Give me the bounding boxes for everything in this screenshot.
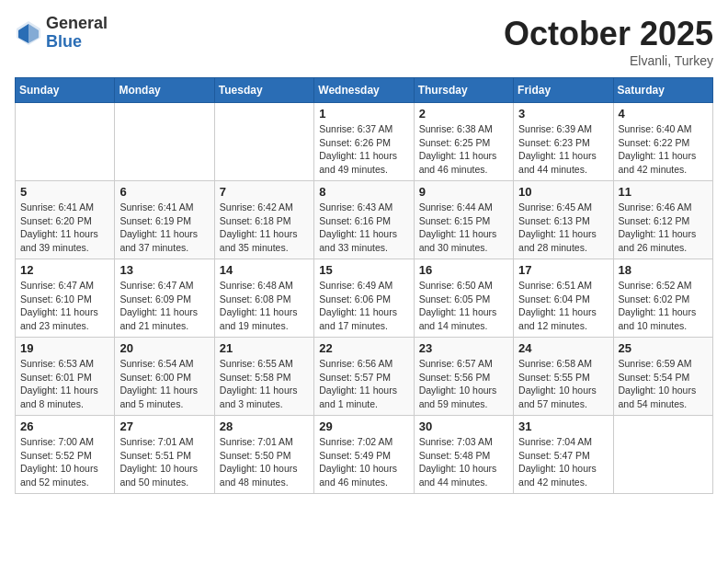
- week-row-1: 1Sunrise: 6:37 AM Sunset: 6:26 PM Daylig…: [16, 103, 713, 181]
- day-number: 31: [518, 419, 608, 433]
- day-info: Sunrise: 6:48 AM Sunset: 6:08 PM Dayligh…: [220, 279, 309, 333]
- day-number: 17: [518, 263, 608, 277]
- calendar-cell: 12Sunrise: 6:47 AM Sunset: 6:10 PM Dayli…: [16, 259, 115, 338]
- day-info: Sunrise: 6:37 AM Sunset: 6:26 PM Dayligh…: [319, 122, 408, 177]
- day-number: 20: [119, 341, 209, 355]
- day-number: 1: [319, 107, 408, 121]
- week-row-5: 26Sunrise: 7:00 AM Sunset: 5:52 PM Dayli…: [16, 416, 713, 494]
- day-number: 16: [419, 263, 508, 277]
- day-number: 24: [518, 341, 608, 355]
- calendar-cell: 7Sunrise: 6:42 AM Sunset: 6:18 PM Daylig…: [214, 181, 313, 259]
- day-info: Sunrise: 6:55 AM Sunset: 5:58 PM Dayligh…: [220, 357, 309, 411]
- calendar-cell: 6Sunrise: 6:41 AM Sunset: 6:19 PM Daylig…: [115, 181, 214, 259]
- calendar-cell: 16Sunrise: 6:50 AM Sunset: 6:05 PM Dayli…: [414, 259, 513, 338]
- week-row-2: 5Sunrise: 6:41 AM Sunset: 6:20 PM Daylig…: [16, 181, 713, 259]
- day-header-monday: Monday: [115, 78, 214, 103]
- day-info: Sunrise: 7:02 AM Sunset: 5:49 PM Dayligh…: [319, 435, 408, 489]
- calendar-cell: [16, 103, 115, 181]
- day-number: 11: [619, 185, 708, 199]
- calendar-cell: [214, 103, 313, 181]
- calendar-cell: 25Sunrise: 6:59 AM Sunset: 5:54 PM Dayli…: [613, 338, 712, 416]
- day-number: 3: [518, 107, 608, 121]
- day-number: 18: [619, 263, 708, 277]
- calendar-cell: 5Sunrise: 6:41 AM Sunset: 6:20 PM Daylig…: [16, 181, 115, 259]
- day-number: 23: [419, 341, 508, 355]
- day-info: Sunrise: 6:54 AM Sunset: 6:00 PM Dayligh…: [119, 357, 209, 411]
- day-info: Sunrise: 6:41 AM Sunset: 6:19 PM Dayligh…: [119, 201, 209, 255]
- day-number: 21: [220, 341, 309, 355]
- day-header-sunday: Sunday: [16, 78, 115, 103]
- day-number: 13: [119, 263, 209, 277]
- week-row-3: 12Sunrise: 6:47 AM Sunset: 6:10 PM Dayli…: [16, 259, 713, 338]
- calendar-cell: 20Sunrise: 6:54 AM Sunset: 6:00 PM Dayli…: [115, 338, 214, 416]
- day-info: Sunrise: 6:52 AM Sunset: 6:02 PM Dayligh…: [619, 279, 708, 333]
- calendar-cell: 18Sunrise: 6:52 AM Sunset: 6:02 PM Dayli…: [613, 259, 712, 338]
- day-number: 2: [419, 107, 508, 121]
- day-info: Sunrise: 6:58 AM Sunset: 5:55 PM Dayligh…: [518, 357, 608, 411]
- day-info: Sunrise: 6:39 AM Sunset: 6:23 PM Dayligh…: [518, 122, 608, 177]
- day-info: Sunrise: 6:46 AM Sunset: 6:12 PM Dayligh…: [619, 201, 708, 255]
- calendar-cell: 19Sunrise: 6:53 AM Sunset: 6:01 PM Dayli…: [16, 338, 115, 416]
- calendar-cell: 13Sunrise: 6:47 AM Sunset: 6:09 PM Dayli…: [115, 259, 214, 338]
- day-info: Sunrise: 6:44 AM Sunset: 6:15 PM Dayligh…: [419, 201, 508, 255]
- day-number: 8: [319, 185, 408, 199]
- calendar-cell: 26Sunrise: 7:00 AM Sunset: 5:52 PM Dayli…: [16, 416, 115, 494]
- day-number: 10: [518, 185, 608, 199]
- calendar-cell: 8Sunrise: 6:43 AM Sunset: 6:16 PM Daylig…: [314, 181, 414, 259]
- calendar-cell: 22Sunrise: 6:56 AM Sunset: 5:57 PM Dayli…: [314, 338, 414, 416]
- day-number: 19: [20, 341, 109, 355]
- day-number: 22: [319, 341, 408, 355]
- calendar-cell: 2Sunrise: 6:38 AM Sunset: 6:25 PM Daylig…: [414, 103, 513, 181]
- day-info: Sunrise: 6:47 AM Sunset: 6:09 PM Dayligh…: [119, 279, 209, 333]
- day-number: 4: [619, 107, 708, 121]
- day-number: 29: [319, 419, 408, 433]
- day-info: Sunrise: 6:40 AM Sunset: 6:22 PM Dayligh…: [619, 122, 708, 177]
- calendar-cell: 24Sunrise: 6:58 AM Sunset: 5:55 PM Dayli…: [514, 338, 613, 416]
- day-number: 25: [619, 341, 708, 355]
- logo-icon: [15, 19, 42, 47]
- month-title: October 2025: [504, 15, 713, 53]
- calendar-cell: [115, 103, 214, 181]
- logo: General Blue: [15, 15, 108, 52]
- day-info: Sunrise: 7:01 AM Sunset: 5:51 PM Dayligh…: [119, 435, 209, 489]
- day-header-wednesday: Wednesday: [314, 78, 414, 103]
- day-info: Sunrise: 6:49 AM Sunset: 6:06 PM Dayligh…: [319, 279, 408, 333]
- day-info: Sunrise: 6:42 AM Sunset: 6:18 PM Dayligh…: [220, 201, 309, 255]
- day-info: Sunrise: 6:59 AM Sunset: 5:54 PM Dayligh…: [619, 357, 708, 411]
- calendar-cell: 9Sunrise: 6:44 AM Sunset: 6:15 PM Daylig…: [414, 181, 513, 259]
- day-info: Sunrise: 7:01 AM Sunset: 5:50 PM Dayligh…: [220, 435, 309, 489]
- day-number: 27: [119, 419, 209, 433]
- day-number: 14: [220, 263, 309, 277]
- day-number: 9: [419, 185, 508, 199]
- calendar-cell: 30Sunrise: 7:03 AM Sunset: 5:48 PM Dayli…: [414, 416, 513, 494]
- day-header-saturday: Saturday: [613, 78, 712, 103]
- day-info: Sunrise: 6:43 AM Sunset: 6:16 PM Dayligh…: [319, 201, 408, 255]
- calendar-cell: 28Sunrise: 7:01 AM Sunset: 5:50 PM Dayli…: [214, 416, 313, 494]
- day-info: Sunrise: 6:57 AM Sunset: 5:56 PM Dayligh…: [419, 357, 508, 411]
- day-number: 15: [319, 263, 408, 277]
- calendar-cell: 14Sunrise: 6:48 AM Sunset: 6:08 PM Dayli…: [214, 259, 313, 338]
- calendar-cell: 10Sunrise: 6:45 AM Sunset: 6:13 PM Dayli…: [514, 181, 613, 259]
- title-block: October 2025 Elvanli, Turkey: [504, 15, 713, 68]
- day-info: Sunrise: 6:41 AM Sunset: 6:20 PM Dayligh…: [20, 201, 109, 255]
- calendar-cell: 27Sunrise: 7:01 AM Sunset: 5:51 PM Dayli…: [115, 416, 214, 494]
- day-number: 26: [20, 419, 109, 433]
- calendar-cell: 17Sunrise: 6:51 AM Sunset: 6:04 PM Dayli…: [514, 259, 613, 338]
- day-number: 5: [20, 185, 109, 199]
- calendar-cell: 21Sunrise: 6:55 AM Sunset: 5:58 PM Dayli…: [214, 338, 313, 416]
- day-info: Sunrise: 6:53 AM Sunset: 6:01 PM Dayligh…: [20, 357, 109, 411]
- calendar-cell: 4Sunrise: 6:40 AM Sunset: 6:22 PM Daylig…: [613, 103, 712, 181]
- day-info: Sunrise: 7:03 AM Sunset: 5:48 PM Dayligh…: [419, 435, 508, 489]
- day-info: Sunrise: 6:47 AM Sunset: 6:10 PM Dayligh…: [20, 279, 109, 333]
- calendar-cell: 23Sunrise: 6:57 AM Sunset: 5:56 PM Dayli…: [414, 338, 513, 416]
- day-info: Sunrise: 7:00 AM Sunset: 5:52 PM Dayligh…: [20, 435, 109, 489]
- day-info: Sunrise: 6:50 AM Sunset: 6:05 PM Dayligh…: [419, 279, 508, 333]
- location-subtitle: Elvanli, Turkey: [504, 53, 713, 68]
- calendar-cell: 3Sunrise: 6:39 AM Sunset: 6:23 PM Daylig…: [514, 103, 613, 181]
- day-number: 30: [419, 419, 508, 433]
- calendar-cell: 29Sunrise: 7:02 AM Sunset: 5:49 PM Dayli…: [314, 416, 414, 494]
- day-header-friday: Friday: [514, 78, 613, 103]
- calendar-cell: 31Sunrise: 7:04 AM Sunset: 5:47 PM Dayli…: [514, 416, 613, 494]
- day-info: Sunrise: 6:38 AM Sunset: 6:25 PM Dayligh…: [419, 122, 508, 177]
- day-info: Sunrise: 7:04 AM Sunset: 5:47 PM Dayligh…: [518, 435, 608, 489]
